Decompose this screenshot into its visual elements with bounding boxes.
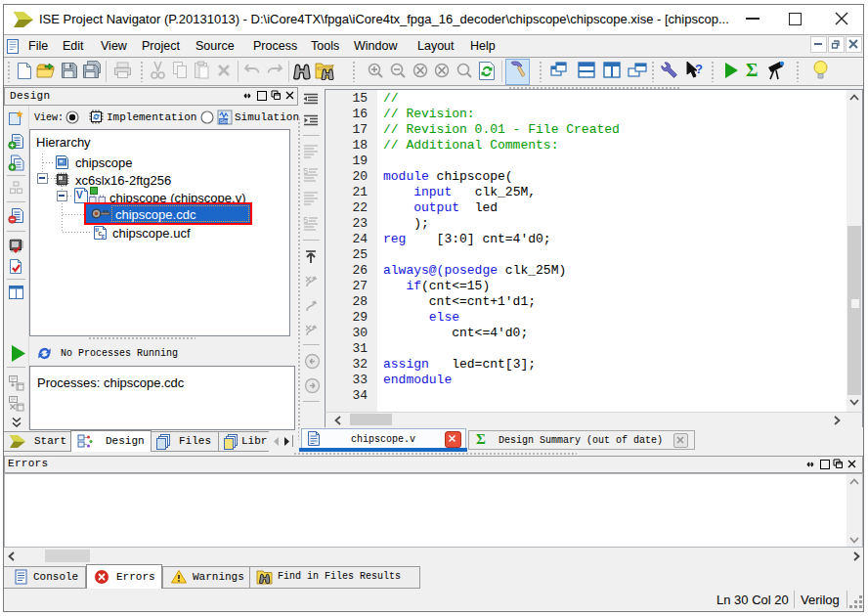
svg-text:F: F [102, 234, 106, 241]
svg-text:V: V [76, 190, 83, 200]
svg-text:?: ? [695, 62, 703, 76]
svg-text:ISim: ISim [220, 119, 229, 124]
